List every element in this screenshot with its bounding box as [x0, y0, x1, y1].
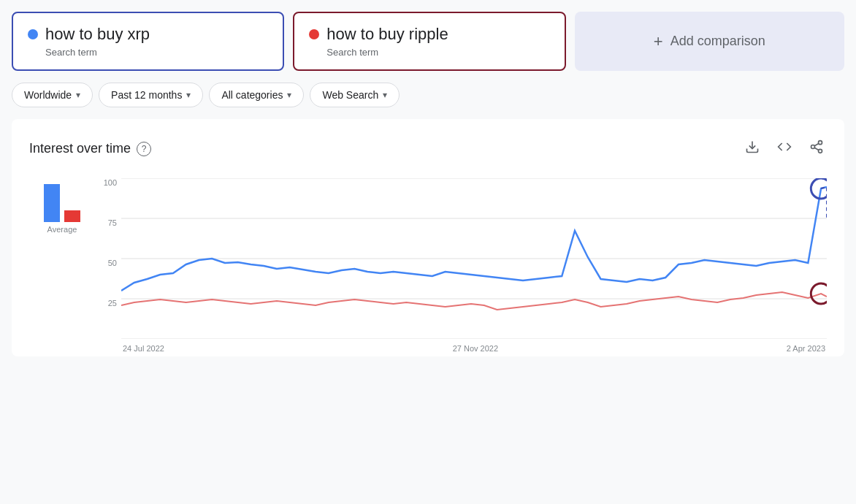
blue-line: [121, 187, 827, 291]
y-label-75: 75: [95, 218, 117, 227]
avg-bar-blue: [44, 184, 60, 222]
svg-point-2: [811, 145, 815, 149]
download-button[interactable]: [742, 137, 763, 161]
chevron-down-icon: ▾: [186, 90, 191, 100]
term-type-2: Search term: [326, 47, 549, 58]
filter-time[interactable]: Past 12 months ▾: [99, 83, 203, 107]
search-terms-row: how to buy xrp Search term how to buy ri…: [12, 12, 844, 71]
chart-body: Average 100 75 50 25: [29, 178, 827, 339]
red-line: [121, 292, 827, 310]
avg-bar-red: [64, 210, 80, 222]
svg-point-1: [819, 141, 822, 145]
search-term-card-2[interactable]: how to buy ripple Search term: [293, 12, 565, 71]
dot-red: [309, 29, 319, 39]
add-comparison-card[interactable]: + Add comparison: [575, 12, 844, 71]
blue-dotted-line: [821, 187, 827, 218]
chart-svg: [121, 178, 827, 339]
dot-blue: [28, 29, 38, 39]
chart-section: Interest over time ?: [12, 119, 844, 356]
average-section: Average: [29, 178, 95, 234]
add-comparison-label: Add comparison: [670, 34, 765, 49]
term-name-2: how to buy ripple: [326, 25, 448, 44]
filter-search-type-label: Web Search: [322, 89, 378, 101]
term-name-1: how to buy xrp: [45, 25, 150, 44]
average-bars: [29, 178, 95, 222]
x-label-1: 24 Jul 2022: [123, 344, 164, 353]
filter-geo-label: Worldwide: [24, 89, 72, 101]
filter-search-type[interactable]: Web Search ▾: [310, 83, 400, 107]
term-type-1: Search term: [45, 47, 268, 58]
svg-point-3: [819, 149, 822, 153]
x-label-3: 2 Apr 2023: [787, 344, 825, 353]
share-button[interactable]: [806, 137, 827, 161]
x-label-2: 27 Nov 2022: [453, 344, 498, 353]
help-icon[interactable]: ?: [137, 142, 151, 156]
chart-title: Interest over time: [29, 141, 131, 156]
chevron-down-icon: ▾: [383, 90, 387, 100]
y-label-100: 100: [95, 178, 117, 187]
chart-title-group: Interest over time ?: [29, 141, 151, 156]
y-label-25: 25: [95, 299, 117, 308]
filter-category[interactable]: All categories ▾: [209, 83, 304, 107]
y-label-50: 50: [95, 259, 117, 267]
embed-button[interactable]: [774, 137, 795, 161]
chevron-down-icon: ▾: [287, 90, 291, 100]
svg-line-4: [814, 148, 819, 150]
filter-category-label: All categories: [221, 89, 283, 101]
chart-actions: [742, 137, 827, 161]
svg-line-5: [814, 143, 819, 145]
average-label: Average: [29, 225, 95, 234]
chevron-down-icon: ▾: [76, 90, 80, 100]
filter-time-label: Past 12 months: [111, 89, 182, 101]
page-wrapper: how to buy xrp Search term how to buy ri…: [0, 0, 856, 368]
search-term-card-1[interactable]: how to buy xrp Search term: [12, 12, 284, 71]
chart-main: 100 75 50 25: [95, 178, 827, 339]
plus-icon: +: [654, 32, 663, 51]
filters-row: Worldwide ▾ Past 12 months ▾ All categor…: [12, 83, 844, 107]
chart-header: Interest over time ?: [29, 137, 827, 161]
filter-geo[interactable]: Worldwide ▾: [12, 83, 93, 107]
